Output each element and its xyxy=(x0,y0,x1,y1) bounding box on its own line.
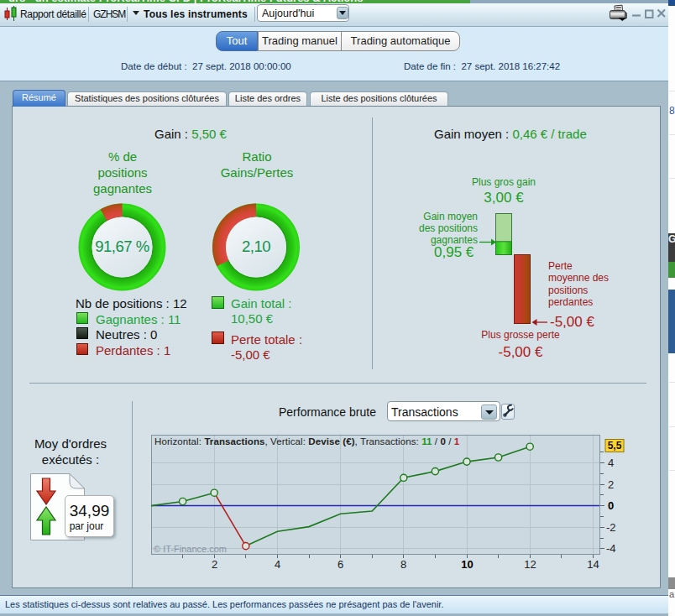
svg-text:0: 0 xyxy=(608,499,614,512)
svg-text:2: 2 xyxy=(608,478,614,491)
svg-text:10: 10 xyxy=(461,558,473,571)
svg-text:8: 8 xyxy=(400,558,406,571)
svg-text:14: 14 xyxy=(587,558,599,571)
svg-text:4: 4 xyxy=(275,558,280,571)
svg-text:6: 6 xyxy=(338,558,343,571)
svg-text:4: 4 xyxy=(608,457,614,469)
svg-text:12: 12 xyxy=(524,558,536,571)
svg-text:-2: -2 xyxy=(606,521,616,534)
svg-text:-4: -4 xyxy=(606,542,616,555)
svg-text:2: 2 xyxy=(212,558,217,571)
svg-text:5,5: 5,5 xyxy=(608,440,622,452)
